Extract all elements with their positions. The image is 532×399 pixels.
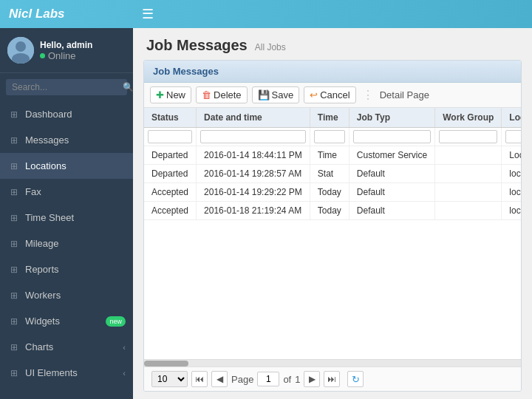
- page-number-input[interactable]: [257, 372, 279, 386]
- sidebar-nav: ⊞ Dashboard ⊞ Messages ⊞ Locations ⊞ Fax…: [0, 101, 133, 399]
- plus-icon: ✚: [156, 89, 164, 100]
- nav-icon-ui-elements: ⊞: [10, 368, 18, 378]
- cell-3-0: Accepted: [144, 202, 197, 220]
- cell-0-5: Location 4: [502, 146, 521, 165]
- profile-status: Online: [40, 50, 92, 61]
- nav-icon-messages: ⊞: [10, 135, 18, 146]
- first-page-button[interactable]: ⏮: [191, 371, 208, 387]
- nav-icon-timesheet: ⊞: [10, 213, 18, 223]
- cell-1-2: Stat: [310, 165, 349, 183]
- page-title: Job Messages: [146, 37, 248, 54]
- cell-3-4: [435, 202, 502, 220]
- cell-0-3: Customer Service: [349, 146, 434, 165]
- hamburger-icon[interactable]: ☰: [142, 6, 154, 22]
- cell-1-3: Default: [349, 165, 434, 183]
- cell-2-4: [435, 183, 502, 202]
- delete-button[interactable]: 🗑 Delete: [196, 86, 248, 103]
- nav-label-widgets: Widgets: [25, 316, 60, 327]
- next-page-button[interactable]: ▶: [304, 371, 320, 387]
- detail-page-button[interactable]: Detail Page: [380, 89, 429, 100]
- search-input[interactable]: [12, 82, 123, 92]
- table-row: Departed2016-01-14 19:28:57 AMStatDefaul…: [144, 165, 521, 183]
- nav-label-charts: Charts: [25, 341, 53, 352]
- nav-label-messages: Messages: [25, 134, 69, 146]
- nav-icon-widgets: ⊞: [10, 316, 18, 327]
- col-status: Status: [144, 108, 197, 128]
- cell-2-5: loc 222: [502, 183, 521, 202]
- cell-0-1: 2016-01-14 18:44:11 PM: [197, 146, 310, 165]
- page-info: Page of 1: [231, 372, 300, 386]
- table-header-row: Status Date and time Time Job Typ Work G…: [144, 108, 521, 128]
- save-button[interactable]: 💾 Save: [252, 86, 300, 103]
- col-jobtype: Job Typ: [349, 108, 434, 128]
- sidebar-item-mileage[interactable]: ⊞ Mileage: [0, 231, 133, 256]
- nav-arrow-charts: ‹: [123, 343, 126, 352]
- filter-input-2[interactable]: [314, 130, 345, 143]
- nav-arrow-ui-elements: ‹: [123, 369, 126, 378]
- sidebar-item-ui-elements[interactable]: ⊞ UI Elements ‹: [0, 360, 133, 386]
- sidebar: Hello, admin Online 🔍 ⊞ Dashboard ⊞ Mess…: [0, 28, 133, 399]
- cancel-icon: ↩: [310, 89, 318, 100]
- new-button[interactable]: ✚ New: [150, 86, 191, 103]
- prev-page-button[interactable]: ◀: [211, 371, 228, 387]
- nav-badge-widgets: new: [106, 316, 126, 327]
- nav-icon-workers: ⊞: [10, 290, 18, 301]
- logo: Nicl Labs: [9, 7, 142, 21]
- horizontal-scrollbar[interactable]: [144, 359, 521, 366]
- cell-3-2: Today: [310, 202, 349, 220]
- main-content: Job Messages All Jobs Job Messages ✚ New…: [133, 28, 532, 399]
- filter-row: [144, 128, 521, 146]
- toolbar-divider: ⋮: [362, 88, 374, 102]
- sidebar-item-workers[interactable]: ⊞ Workers: [0, 282, 133, 308]
- filter-input-1[interactable]: [200, 130, 306, 143]
- page-size-dropdown[interactable]: 102550100: [151, 371, 188, 387]
- page-size-select[interactable]: 102550100: [151, 371, 188, 387]
- pagination: 102550100 ⏮ ◀ Page of 1 ▶ ⏭ ↻: [144, 366, 521, 391]
- sidebar-item-timesheet[interactable]: ⊞ Time Sheet: [0, 205, 133, 231]
- toolbar: ✚ New 🗑 Delete 💾 Save ↩ Cancel ⋮ Detai: [144, 83, 521, 108]
- refresh-button[interactable]: ↻: [347, 371, 364, 387]
- filter-input-4[interactable]: [439, 130, 497, 143]
- table-row: Departed2016-01-14 18:44:11 PMTimeCustom…: [144, 146, 521, 165]
- sidebar-item-reports[interactable]: ⊞ Reports: [0, 256, 133, 282]
- sidebar-item-widgets[interactable]: ⊞ Widgets new: [0, 308, 133, 334]
- cancel-button[interactable]: ↩ Cancel: [304, 86, 355, 103]
- nav-label-locations: Locations: [25, 160, 66, 171]
- sidebar-item-charts[interactable]: ⊞ Charts ‹: [0, 334, 133, 360]
- sidebar-item-dashboard[interactable]: ⊞ Dashboard: [0, 101, 133, 127]
- nav-label-dashboard: Dashboard: [25, 109, 72, 120]
- sidebar-item-locations[interactable]: ⊞ Locations: [0, 153, 133, 179]
- status-dot: [40, 53, 45, 58]
- cell-3-5: loc 222: [502, 202, 521, 220]
- nav-label-fax: Fax: [25, 186, 41, 197]
- nav-icon-charts: ⊞: [10, 342, 18, 352]
- cell-3-3: Default: [349, 202, 434, 220]
- avatar: [7, 37, 34, 64]
- last-page-button[interactable]: ⏭: [324, 371, 340, 387]
- nav-icon-reports: ⊞: [10, 265, 18, 275]
- nav-icon-dashboard: ⊞: [10, 109, 18, 120]
- table-row: Accepted2016-01-18 21:19:24 AMTodayDefau…: [144, 202, 521, 220]
- nav-label-reports: Reports: [25, 264, 59, 275]
- cell-1-1: 2016-01-14 19:28:57 AM: [197, 165, 310, 183]
- search-box[interactable]: 🔍: [6, 79, 127, 95]
- cell-1-4: [435, 165, 502, 183]
- card-header: Job Messages: [144, 61, 521, 83]
- filter-input-3[interactable]: [353, 130, 431, 143]
- filter-input-0[interactable]: [148, 130, 192, 143]
- card: Job Messages ✚ New 🗑 Delete 💾 Save ↩ Can…: [143, 60, 522, 392]
- table-wrapper: Status Date and time Time Job Typ Work G…: [144, 108, 521, 359]
- nav-icon-fax: ⊞: [10, 187, 18, 197]
- svg-point-1: [16, 41, 26, 52]
- cell-2-0: Accepted: [144, 183, 197, 202]
- job-messages-table: Status Date and time Time Job Typ Work G…: [144, 108, 521, 220]
- sidebar-item-messages[interactable]: ⊞ Messages: [0, 127, 133, 153]
- page-subtitle: All Jobs: [255, 42, 286, 52]
- filter-input-5[interactable]: [505, 130, 521, 143]
- page-header: Job Messages All Jobs: [133, 28, 532, 60]
- col-workgroup: Work Group: [435, 108, 502, 128]
- sidebar-item-fax[interactable]: ⊞ Fax: [0, 179, 133, 205]
- profile-name: Hello, admin: [40, 40, 92, 50]
- nav-label-mileage: Mileage: [25, 238, 59, 249]
- nav-icon-locations: ⊞: [10, 161, 18, 171]
